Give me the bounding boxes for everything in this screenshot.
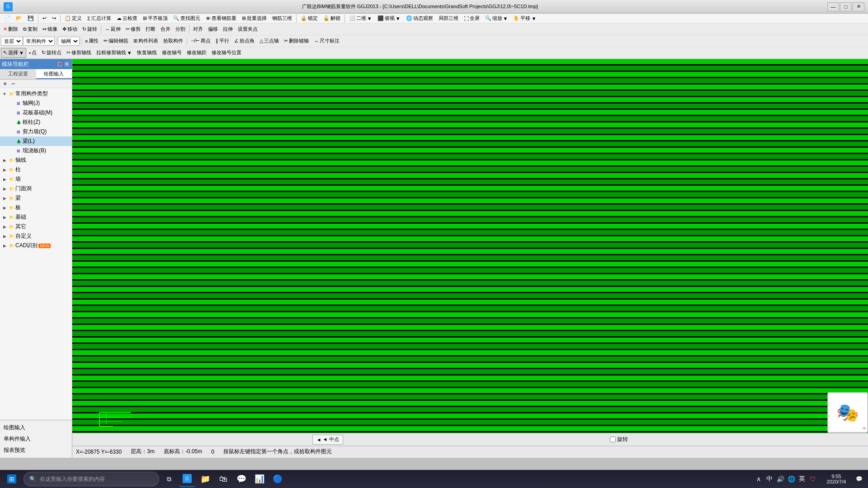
modify-axis-num-btn[interactable]: 修改轴号	[160, 48, 184, 58]
search-input[interactable]	[40, 476, 130, 482]
tree-item-shear-wall[interactable]: ⊞ 剪力墙(Q)	[0, 127, 72, 136]
tree-item-mat-found[interactable]: ⊞ 花板基础(M)	[0, 108, 72, 117]
axis-select[interactable]: 轴网	[58, 37, 80, 46]
drawing-input-btn[interactable]: 绘图输入	[0, 422, 72, 433]
toolbar-define[interactable]: 📋 定义	[62, 14, 84, 23]
tree-item-axis[interactable]: ⊞ 轴网(J)	[0, 99, 72, 108]
component-list-btn[interactable]: ⊞ 构件列表	[131, 36, 160, 46]
clock[interactable]: 9:55 2020/7/4	[823, 474, 850, 484]
tab-drawing-input[interactable]: 绘图输入	[36, 69, 72, 79]
rotate-checkbox-label[interactable]: 旋转	[610, 436, 628, 443]
tray-speaker-icon[interactable]: 🔊	[776, 471, 785, 487]
taskbar-wechat-icon[interactable]: 💬	[233, 471, 250, 487]
select-btn[interactable]: ↖ 选择 ▼	[1, 48, 26, 58]
toolbar-cloud[interactable]: ☁ 云检查	[114, 14, 140, 23]
delete-btn[interactable]: ✕ 删除	[1, 24, 20, 34]
toolbar-topview[interactable]: ⬛ 俯视 ▼	[375, 14, 403, 23]
report-preview-btn[interactable]: 报表预览	[0, 445, 72, 456]
copy-btn[interactable]: ⧉ 复制	[21, 24, 40, 34]
sidebar-new-icon[interactable]: +	[2, 80, 8, 87]
dim-btn[interactable]: ↔ 尺寸标注	[311, 36, 342, 46]
move-btn[interactable]: ✥ 移动	[60, 24, 80, 34]
toolbar-batch[interactable]: ⊞ 批量选择	[240, 14, 269, 23]
toolbar-pan[interactable]: ✋ 平移 ▼	[511, 14, 538, 23]
redo-button[interactable]: ↪	[50, 14, 58, 23]
break-btn[interactable]: 打断	[143, 24, 158, 34]
grip-btn[interactable]: 设置夹点	[236, 24, 260, 34]
taskbar-store-icon[interactable]: 🛍	[215, 471, 231, 487]
del-aux-btn[interactable]: ✂ 删除辅轴	[282, 36, 311, 46]
toolbar-orbit[interactable]: 🌐 动态观察	[404, 14, 435, 23]
minimize-button[interactable]: —	[827, 2, 839, 11]
point-btn[interactable]: • 点	[27, 48, 39, 58]
tree-item-beams[interactable]: ▶ 📁 梁	[0, 193, 72, 203]
modify-axis-dist-btn[interactable]: 修改轴距	[184, 48, 209, 58]
tree-item-custom[interactable]: ▶ 📁 自定义	[0, 231, 72, 241]
tree-item-foundation[interactable]: ▶ 📁 基础	[0, 212, 72, 222]
taskbar-view-button[interactable]: ⧉	[161, 471, 177, 487]
tree-item-door-window[interactable]: ▶ 📁 门面洞	[0, 184, 72, 193]
tree-item-other[interactable]: ▶ 📁 其它	[0, 222, 72, 231]
canvas-area[interactable]: 🎭 中 ◄ ◄ 中点 旋转	[72, 59, 868, 458]
trim-btn[interactable]: ✂ 修剪	[123, 24, 143, 34]
tree-item-beam[interactable]: 🌲 梁(L)	[0, 136, 72, 146]
taskbar-explorer-icon[interactable]: 📁	[197, 471, 213, 487]
floor-select[interactable]: 首层	[1, 37, 23, 46]
sidebar-minus-icon[interactable]: −	[10, 80, 16, 87]
tray-security-icon[interactable]: 🛡	[808, 471, 817, 487]
sidebar-close-button[interactable]: ✕	[64, 61, 70, 67]
midpoint-button[interactable]: ◄ ◄ 中点	[312, 435, 343, 445]
rotate-checkbox[interactable]	[610, 436, 616, 442]
single-component-btn[interactable]: 单构件输入	[0, 433, 72, 445]
tree-item-slab[interactable]: ▶ 📁 板	[0, 203, 72, 212]
taskbar-app-ggj[interactable]: G	[179, 471, 195, 487]
box-trim-axis-btn[interactable]: 拉框修剪轴线 ▼	[94, 48, 134, 58]
tree-item-frame-col[interactable]: 🌲 框柱(Z)	[0, 117, 72, 127]
tree-item-col[interactable]: ▶ 📁 柱	[0, 165, 72, 174]
toolbar-level[interactable]: ⊞ 平齐板顶	[141, 14, 170, 23]
undo-button[interactable]: ↩	[40, 14, 49, 23]
stretch-btn[interactable]: 拉伸	[221, 24, 235, 34]
property-btn[interactable]: ≡ 属性	[83, 36, 101, 46]
toolbar-local3d[interactable]: 局部三维	[436, 14, 461, 23]
tab-project-settings[interactable]: 工程设置	[0, 69, 36, 79]
rotate-btn[interactable]: ↻ 旋转	[80, 24, 99, 34]
maximize-button[interactable]: □	[840, 2, 852, 11]
open-button[interactable]: 📂	[14, 14, 24, 23]
pick-angle-btn[interactable]: ∠ 拾点角	[232, 36, 257, 46]
modify-axis-pos-btn[interactable]: 修改轴号位置	[209, 48, 244, 58]
tree-item-cad[interactable]: ▶ 📁 CAD识别 NEW	[0, 241, 72, 250]
trim-axis-btn[interactable]: ✂ 修剪轴线	[64, 48, 94, 58]
tray-input-icon[interactable]: 中	[765, 471, 774, 487]
extend-btn[interactable]: ↔ 延伸	[103, 24, 123, 34]
toolbar-3d[interactable]: 钢筋三维	[270, 14, 294, 23]
start-button[interactable]: ⊞	[2, 471, 22, 487]
tree-item-wall[interactable]: ▶ 📁 墙	[0, 174, 72, 184]
close-button[interactable]: ✕	[853, 2, 864, 11]
edit-rebar-btn[interactable]: ✏ 编辑钢筋	[101, 36, 131, 46]
component-type-select[interactable]: 常用构件	[23, 37, 55, 46]
rotate-point-btn[interactable]: ↻ 旋转点	[39, 48, 64, 58]
toolbar-unlock[interactable]: 🔓 解锁	[321, 14, 343, 23]
two-point-btn[interactable]: ⊣⊢ 两点	[189, 36, 213, 46]
tray-network-icon[interactable]: 🌐	[787, 471, 796, 487]
toolbar-sum[interactable]: Σ 汇总计算	[85, 14, 113, 23]
taskbar-app5-icon[interactable]: 🔵	[269, 471, 286, 487]
parallel-btn[interactable]: ∥ 平行	[213, 36, 231, 46]
toolbar-rebar-view[interactable]: 👁 查看钢筋量	[203, 14, 239, 23]
offset-btn[interactable]: 偏移	[206, 24, 220, 34]
notification-button[interactable]: 💬	[852, 471, 866, 487]
tree-item-axislines[interactable]: ▶ 📁 轴线	[0, 155, 72, 165]
tree-item-cast-slab[interactable]: ⊞ 现浇板(B)	[0, 146, 72, 155]
mirror-btn[interactable]: ⇔ 镜像	[40, 24, 60, 34]
sidebar-pin-button[interactable]: 📌	[57, 61, 63, 67]
split-btn[interactable]: 分割	[173, 24, 188, 34]
search-bar[interactable]: 🔍	[24, 472, 159, 486]
toolbar-lock[interactable]: 🔒 锁定	[298, 14, 320, 23]
toolbar-zoom[interactable]: 🔍 缩放 ▼	[483, 14, 510, 23]
toolbar-2d[interactable]: ⬜ 二维 ▼	[347, 14, 374, 23]
toolbar-fullscreen[interactable]: ⛶ 全屏	[462, 14, 482, 23]
three-point-btn[interactable]: △ 三点轴	[257, 36, 281, 46]
tray-up-icon[interactable]: ∧	[754, 471, 763, 487]
new-button[interactable]: 📄	[2, 14, 13, 23]
